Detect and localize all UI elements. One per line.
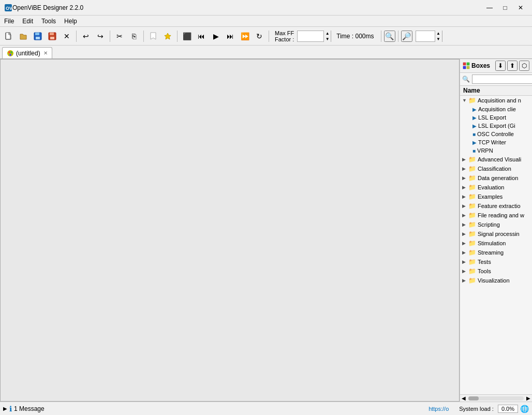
search-input[interactable] xyxy=(472,75,532,84)
menubar: File Edit Tools Help xyxy=(0,16,532,27)
ff-input[interactable]: 100.00 xyxy=(298,33,323,40)
tree-item[interactable]: ▶📁Data generation xyxy=(460,173,532,183)
scroll-left-button[interactable]: ◀ xyxy=(460,395,467,402)
zoom-in-button[interactable]: 🔍 xyxy=(384,31,395,42)
play-button[interactable]: ▶ xyxy=(209,29,223,43)
ff-spin-up[interactable]: ▲ xyxy=(323,31,331,36)
panel-extra-button[interactable]: ⬡ xyxy=(519,61,529,71)
folder-icon: 📁 xyxy=(468,240,476,247)
app-icon: OV xyxy=(4,4,12,12)
tree-child-label: TCP Writer xyxy=(478,139,506,145)
save-as-button[interactable] xyxy=(46,29,59,43)
bookmark-button[interactable] xyxy=(146,29,160,43)
new-button[interactable] xyxy=(2,29,16,43)
cut-button[interactable]: ✂ xyxy=(113,29,126,43)
tree-expand-icon: ▶ xyxy=(462,166,468,171)
sysload-value: 0.0% xyxy=(498,405,518,413)
tree-child-item[interactable]: ▶LSL Export (Gi xyxy=(460,122,532,130)
ff-spin-down[interactable]: ▼ xyxy=(323,36,331,42)
zoom-spinbox: 100 ▲ ▼ xyxy=(416,31,442,42)
menu-edit[interactable]: Edit xyxy=(18,17,37,26)
tree-item[interactable]: ▶📁Visualization xyxy=(460,276,532,285)
redo-button[interactable]: ↪ xyxy=(94,29,107,43)
tree-node-label: Tests xyxy=(478,259,491,265)
boxes-header: Boxes ⬇ ⬆ ⬡ xyxy=(460,59,532,73)
info-icon: ℹ xyxy=(9,405,12,413)
copy-button[interactable]: ⎘ xyxy=(127,29,141,43)
close-button[interactable]: ✕ xyxy=(513,3,528,13)
tree-item[interactable]: ▶📁Signal processin xyxy=(460,229,532,239)
scroll-thumb[interactable] xyxy=(468,396,479,401)
panel-download-button[interactable]: ⬇ xyxy=(495,61,506,71)
open-button[interactable] xyxy=(17,29,30,43)
status-expand-button[interactable]: ▶ xyxy=(3,406,7,411)
child-icon: ■ xyxy=(472,148,476,154)
tree-item[interactable]: ▶📁Tests xyxy=(460,257,532,266)
scroll-right-button[interactable]: ▶ xyxy=(525,395,532,402)
tree-child-item[interactable]: ■VRPN xyxy=(460,146,532,155)
zoom-spin-down[interactable]: ▼ xyxy=(435,36,442,42)
tree-expand-icon: ▼ xyxy=(462,98,468,103)
tree-item[interactable]: ▶📁Advanced Visuali xyxy=(460,155,532,164)
tree-item[interactable]: ▼📁Acquisition and n xyxy=(460,96,532,105)
canvas-area[interactable] xyxy=(0,59,460,402)
tree-item[interactable]: ▶📁Evaluation xyxy=(460,183,532,192)
tree-expand-icon: ▶ xyxy=(462,175,468,181)
zoom-out-button[interactable]: 🔎 xyxy=(401,31,412,42)
folder-icon: 📁 xyxy=(468,193,476,200)
tree-column-header: Name xyxy=(460,86,532,96)
sep7 xyxy=(398,31,398,42)
tree-child-label: LSL Export xyxy=(478,114,506,121)
ff-spinbox: 100.00 ▲ ▼ xyxy=(297,31,331,42)
folder-icon: 📁 xyxy=(468,174,476,182)
menu-file[interactable]: File xyxy=(0,17,18,26)
stop-button[interactable]: ⬛ xyxy=(180,29,194,43)
folder-icon: 📁 xyxy=(468,184,476,191)
step-back-button[interactable]: ⏮ xyxy=(195,29,208,43)
sep5 xyxy=(269,31,269,42)
sysload-label: System load : xyxy=(459,406,494,412)
undo-button[interactable]: ↩ xyxy=(79,29,93,43)
tree-container[interactable]: ▼📁Acquisition and n▶Acquisition clie▶LSL… xyxy=(460,96,532,394)
tab-untitled[interactable]: (untitled) ✕ xyxy=(2,47,52,58)
tree-item[interactable]: ▶📁Streaming xyxy=(460,248,532,257)
folder-icon: 📁 xyxy=(468,202,476,210)
tabbar: (untitled) ✕ xyxy=(0,46,532,59)
tree-child-item[interactable]: ■OSC Controlle xyxy=(460,130,532,138)
close-doc-button[interactable]: ✕ xyxy=(60,29,73,43)
tree-node-label: Acquisition and n xyxy=(478,97,521,103)
status-message: 1 Message xyxy=(14,405,428,412)
right-panel: Boxes ⬇ ⬆ ⬡ 🔍 Name ▼📁Acquisition and n▶A… xyxy=(460,59,532,402)
tree-child-item[interactable]: ▶Acquisition clie xyxy=(460,105,532,113)
tree-item[interactable]: ▶📁File reading and w xyxy=(460,211,532,220)
tree-item[interactable]: ▶📁Scripting xyxy=(460,220,532,229)
play-fast-button[interactable]: ⏩ xyxy=(238,29,252,43)
horizontal-scrollbar[interactable]: ◀ ▶ xyxy=(460,394,532,402)
menu-help[interactable]: Help xyxy=(60,17,81,26)
tree-child-item[interactable]: ▶LSL Export xyxy=(460,113,532,122)
tree-item[interactable]: ▶📁Classification xyxy=(460,164,532,173)
tab-close-button[interactable]: ✕ xyxy=(43,50,48,56)
tree-item[interactable]: ▶📁Examples xyxy=(460,192,532,201)
step-fwd-button[interactable]: ⏭ xyxy=(224,29,237,43)
network-icon[interactable]: 🌐 xyxy=(520,405,529,413)
refresh-button[interactable]: ↻ xyxy=(253,29,266,43)
panel-upload-button[interactable]: ⬆ xyxy=(507,61,518,71)
save-button[interactable] xyxy=(31,29,45,43)
tree-item[interactable]: ▶📁Feature extractio xyxy=(460,201,532,211)
maximize-button[interactable]: □ xyxy=(498,3,512,13)
sep2 xyxy=(110,31,110,42)
star-button[interactable] xyxy=(161,29,174,43)
minimize-button[interactable]: — xyxy=(482,3,497,13)
tree-expand-icon: ▶ xyxy=(462,259,468,264)
tree-item[interactable]: ▶📁Tools xyxy=(460,266,532,276)
tree-child-item[interactable]: ▶TCP Writer xyxy=(460,138,532,146)
zoom-spin-up[interactable]: ▲ xyxy=(435,31,442,36)
tree-item[interactable]: ▶📁Stimulation xyxy=(460,239,532,248)
menu-tools[interactable]: Tools xyxy=(37,17,60,26)
svg-rect-9 xyxy=(50,37,54,39)
svg-rect-18 xyxy=(467,66,469,69)
zoom-input[interactable]: 100 xyxy=(416,33,435,40)
app-title: OpenViBE Designer 2.2.0 xyxy=(12,4,482,11)
tree-node-label: Tools xyxy=(478,268,491,274)
